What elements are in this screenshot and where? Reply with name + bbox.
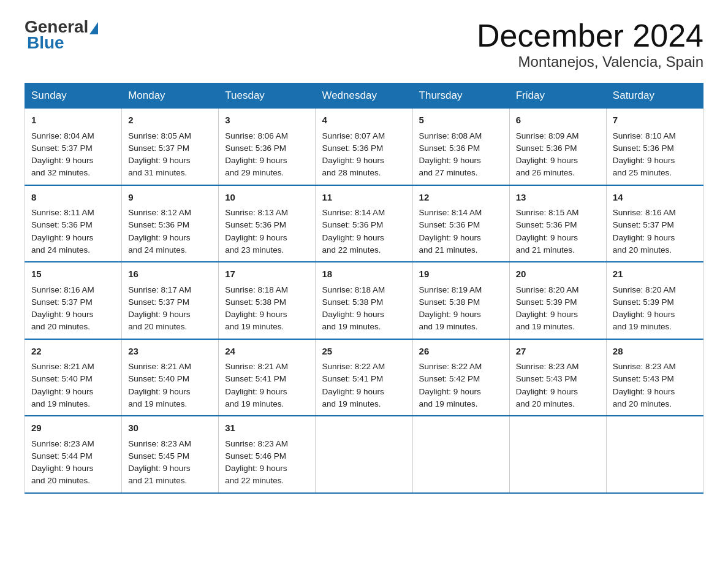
logo: General Blue [25,18,99,53]
day-cell: 13Sunrise: 8:15 AMSunset: 5:36 PMDayligh… [509,185,606,262]
sunset-info: Sunset: 5:36 PM [613,144,674,153]
month-year-title: December 2024 [477,18,703,53]
week-row-2: 8Sunrise: 8:11 AMSunset: 5:36 PMDaylight… [25,185,703,262]
day-number: 15 [31,267,115,282]
daylight-info-line2: and 28 minutes. [322,168,381,177]
daylight-info-line1: Daylight: 9 hours [31,233,93,242]
day-cell: 11Sunrise: 8:14 AMSunset: 5:36 PMDayligh… [316,185,412,262]
sunset-info: Sunset: 5:43 PM [613,374,674,383]
day-number: 19 [419,267,503,282]
daylight-info-line2: and 19 minutes. [31,399,90,408]
day-number: 18 [322,267,406,282]
day-cell: 28Sunrise: 8:23 AMSunset: 5:43 PMDayligh… [606,339,703,416]
day-number: 10 [225,191,309,205]
day-number: 7 [613,113,697,128]
day-number: 31 [225,421,309,435]
sunrise-info: Sunrise: 8:20 AM [613,285,676,294]
sunset-info: Sunset: 5:40 PM [128,374,189,383]
day-cell: 5Sunrise: 8:08 AMSunset: 5:36 PMDaylight… [412,109,509,185]
sunrise-info: Sunrise: 8:13 AM [225,208,288,217]
sunset-info: Sunset: 5:41 PM [225,374,286,383]
sunset-info: Sunset: 5:40 PM [31,374,93,383]
sunrise-info: Sunrise: 8:09 AM [516,131,579,140]
day-number: 12 [419,191,503,205]
daylight-info-line1: Daylight: 9 hours [516,156,578,165]
day-cell [606,416,703,493]
daylight-info-line2: and 21 minutes. [419,245,478,255]
sunrise-info: Sunrise: 8:23 AM [516,362,579,371]
week-row-4: 22Sunrise: 8:21 AMSunset: 5:40 PMDayligh… [25,339,703,416]
sunrise-info: Sunrise: 8:04 AM [31,131,94,140]
day-cell: 14Sunrise: 8:16 AMSunset: 5:37 PMDayligh… [606,185,703,262]
sunset-info: Sunset: 5:44 PM [31,451,93,461]
day-number: 5 [419,113,503,128]
calendar-table: Sunday Monday Tuesday Wednesday Thursday… [25,83,703,494]
sunset-info: Sunset: 5:37 PM [128,297,189,307]
sunrise-info: Sunrise: 8:21 AM [31,362,94,371]
day-cell: 9Sunrise: 8:12 AMSunset: 5:36 PMDaylight… [122,185,219,262]
sunrise-info: Sunrise: 8:10 AM [613,131,676,140]
daylight-info-line1: Daylight: 9 hours [613,233,675,242]
title-area: December 2024 Montanejos, Valencia, Spai… [477,18,703,71]
daylight-info-line1: Daylight: 9 hours [613,310,675,319]
col-wednesday: Wednesday [316,83,412,109]
col-tuesday: Tuesday [219,83,316,109]
day-number: 1 [31,113,115,128]
daylight-info-line2: and 29 minutes. [225,168,284,177]
daylight-info-line2: and 22 minutes. [225,476,284,485]
sunset-info: Sunset: 5:45 PM [128,451,189,461]
sunrise-info: Sunrise: 8:23 AM [128,439,191,448]
daylight-info-line2: and 32 minutes. [31,168,90,177]
calendar-header: Sunday Monday Tuesday Wednesday Thursday… [25,83,703,109]
col-sunday: Sunday [25,83,122,109]
daylight-info-line1: Daylight: 9 hours [128,156,190,165]
day-number: 13 [516,191,600,205]
day-number: 4 [322,113,406,128]
daylight-info-line1: Daylight: 9 hours [419,387,481,396]
day-cell: 18Sunrise: 8:18 AMSunset: 5:38 PMDayligh… [316,262,412,339]
day-number: 25 [322,345,406,359]
daylight-info-line1: Daylight: 9 hours [128,310,190,319]
day-cell: 7Sunrise: 8:10 AMSunset: 5:36 PMDaylight… [606,109,703,185]
day-cell: 22Sunrise: 8:21 AMSunset: 5:40 PMDayligh… [25,339,122,416]
daylight-info-line1: Daylight: 9 hours [31,310,93,319]
day-cell [412,416,509,493]
daylight-info-line2: and 24 minutes. [128,245,187,255]
sunrise-info: Sunrise: 8:08 AM [419,131,482,140]
daylight-info-line1: Daylight: 9 hours [516,310,578,319]
sunrise-info: Sunrise: 8:12 AM [128,208,191,217]
day-cell: 25Sunrise: 8:22 AMSunset: 5:41 PMDayligh… [316,339,412,416]
sunset-info: Sunset: 5:36 PM [128,220,189,229]
day-cell: 17Sunrise: 8:18 AMSunset: 5:38 PMDayligh… [219,262,316,339]
sunrise-info: Sunrise: 8:22 AM [322,362,385,371]
sunset-info: Sunset: 5:39 PM [516,297,577,307]
day-number: 9 [128,191,212,205]
daylight-info-line2: and 20 minutes. [516,399,575,408]
sunrise-info: Sunrise: 8:19 AM [419,285,482,294]
sunset-info: Sunset: 5:36 PM [225,144,286,153]
sunrise-info: Sunrise: 8:14 AM [322,208,385,217]
daylight-info-line1: Daylight: 9 hours [516,233,578,242]
col-monday: Monday [122,83,219,109]
sunset-info: Sunset: 5:37 PM [31,144,93,153]
daylight-info-line2: and 31 minutes. [128,168,187,177]
day-cell: 12Sunrise: 8:14 AMSunset: 5:36 PMDayligh… [412,185,509,262]
day-cell: 16Sunrise: 8:17 AMSunset: 5:37 PMDayligh… [122,262,219,339]
col-saturday: Saturday [606,83,703,109]
col-friday: Friday [509,83,606,109]
sunset-info: Sunset: 5:37 PM [613,220,674,229]
sunrise-info: Sunrise: 8:16 AM [31,285,94,294]
daylight-info-line1: Daylight: 9 hours [322,310,384,319]
daylight-info-line2: and 24 minutes. [31,245,90,255]
day-number: 14 [613,191,697,205]
day-cell: 21Sunrise: 8:20 AMSunset: 5:39 PMDayligh… [606,262,703,339]
sunrise-info: Sunrise: 8:07 AM [322,131,385,140]
daylight-info-line2: and 19 minutes. [419,322,478,331]
day-number: 27 [516,345,600,359]
day-number: 17 [225,267,309,282]
sunset-info: Sunset: 5:39 PM [613,297,674,307]
daylight-info-line2: and 25 minutes. [613,168,672,177]
daylight-info-line1: Daylight: 9 hours [225,233,287,242]
sunrise-info: Sunrise: 8:21 AM [128,362,191,371]
daylight-info-line1: Daylight: 9 hours [516,387,578,396]
